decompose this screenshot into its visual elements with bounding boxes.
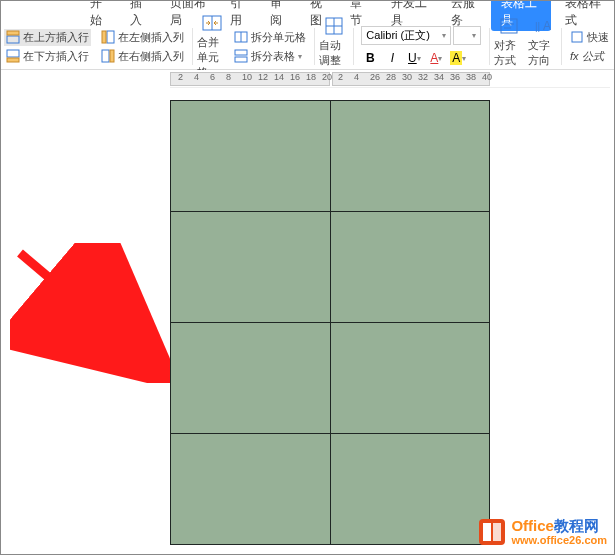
table-cell[interactable] [171, 212, 331, 323]
table-row [171, 323, 490, 434]
table-row [171, 212, 490, 323]
ruler-mark: 34 [434, 72, 444, 82]
italic-button[interactable]: I [383, 49, 401, 67]
insert-col-right-icon [101, 49, 115, 63]
ruler-mark: 8 [226, 72, 231, 82]
ruler-mark: 30 [402, 72, 412, 82]
table-cell[interactable] [330, 212, 490, 323]
table-cell[interactable] [330, 434, 490, 545]
menu-bar: 开始 插入 页面布局 引用 审阅 视图 章节 开发工具 云服务 表格工具 表格样… [0, 0, 615, 24]
alignment-button[interactable]: 对齐方式 ▾ [492, 24, 526, 69]
text-direction-label: 文字方向 [528, 38, 558, 68]
split-table-button[interactable]: 拆分表格 ▾ [232, 48, 308, 65]
ruler-mark: 4 [354, 72, 359, 82]
ruler-mark: 4 [194, 72, 199, 82]
svg-rect-0 [7, 36, 19, 43]
ruler-mark: 36 [450, 72, 460, 82]
insert-col-right-button[interactable]: 在右侧插入列 [99, 48, 186, 65]
svg-rect-26 [483, 523, 491, 541]
autofit-icon [324, 16, 344, 36]
insert-row-below-icon [6, 49, 20, 63]
quick-calc-button[interactable]: 快速 [568, 29, 611, 46]
highlight-button[interactable]: A▾ [449, 49, 467, 67]
split-table-label: 拆分表格 [251, 49, 295, 64]
watermark: Office教程网 www.office26.com [477, 517, 607, 547]
table-cell[interactable] [171, 434, 331, 545]
svg-rect-12 [235, 50, 247, 55]
insert-row-below-button[interactable]: 在下方插入行 [4, 48, 91, 65]
ruler-mark: 16 [290, 72, 300, 82]
ruler-mark: 2 [178, 72, 183, 82]
insert-col-left-label: 在左侧插入列 [118, 30, 184, 45]
table-cell[interactable] [330, 101, 490, 212]
chevron-down-icon: ▾ [298, 52, 302, 61]
annotation-arrow-icon [10, 243, 170, 383]
table-row [171, 101, 490, 212]
table-cell[interactable] [171, 323, 331, 434]
split-cells-icon [234, 30, 248, 44]
horizontal-ruler[interactable]: 2468101214161820242628303234363840 [170, 70, 610, 88]
ruler-mark: 18 [306, 72, 316, 82]
chevron-down-icon: ▾ [442, 31, 446, 40]
document-area[interactable]: Office教程网 www.office26.com [0, 88, 615, 555]
underline-button[interactable]: U▾ [405, 49, 423, 67]
chevron-down-icon: ▾ [472, 31, 476, 40]
svg-rect-7 [110, 50, 114, 62]
alignment-label: 对齐方式 [494, 38, 524, 68]
insert-row-above-label: 在上方插入行 [23, 30, 89, 45]
svg-rect-1 [7, 31, 19, 35]
font-size-select[interactable]: ▾ [453, 26, 481, 45]
svg-line-24 [20, 253, 150, 363]
insert-row-below-label: 在下方插入行 [23, 49, 89, 64]
bold-button[interactable]: B [361, 49, 379, 67]
quick-calc-label: 快速 [587, 30, 609, 45]
font-color-button[interactable]: A▾ [427, 49, 445, 67]
ribbon-toolbar: 在上方插入行 在下方插入行 在左侧插入列 在右侧插入列 合并单元格 [0, 24, 615, 70]
quick-calc-icon [570, 30, 584, 44]
alignment-icon [499, 16, 519, 36]
table-row [171, 434, 490, 545]
ruler-mark: 6 [210, 72, 215, 82]
table-cell[interactable] [171, 101, 331, 212]
ruler-mark: 12 [258, 72, 268, 82]
document-page [170, 100, 490, 550]
split-cells-label: 拆分单元格 [251, 30, 306, 45]
svg-text:||: || [535, 21, 540, 32]
ruler-mark: 2 [338, 72, 343, 82]
ruler-mark: 26 [370, 72, 380, 82]
insert-col-left-button[interactable]: 在左侧插入列 [99, 29, 186, 46]
split-table-icon [234, 49, 248, 63]
ruler-mark: 40 [482, 72, 492, 82]
formula-button[interactable]: fx 公式 [568, 48, 611, 65]
document-table[interactable] [170, 100, 490, 545]
formula-label: fx 公式 [570, 49, 604, 64]
text-direction-button[interactable]: ||A 文字方向 ▾ [526, 24, 560, 69]
table-cell[interactable] [330, 323, 490, 434]
insert-col-left-icon [101, 30, 115, 44]
autofit-button[interactable]: 自动调整 ▾ [317, 24, 351, 69]
office-logo-icon [477, 517, 507, 547]
svg-text:A: A [543, 19, 551, 33]
merge-cells-button[interactable]: 合并单元格 [195, 24, 229, 69]
svg-rect-27 [493, 523, 501, 541]
watermark-url: www.office26.com [511, 534, 607, 546]
ruler-mark: 20 [322, 72, 332, 82]
svg-rect-2 [7, 50, 19, 57]
ruler-mark: 28 [386, 72, 396, 82]
svg-rect-22 [572, 32, 582, 42]
svg-rect-6 [102, 50, 109, 62]
insert-row-above-button[interactable]: 在上方插入行 [4, 29, 91, 46]
split-cells-button[interactable]: 拆分单元格 [232, 29, 308, 46]
autofit-label: 自动调整 [319, 38, 349, 68]
font-name-value: Calibri (正文) [366, 28, 430, 43]
insert-col-right-label: 在右侧插入列 [118, 49, 184, 64]
ruler-mark: 14 [274, 72, 284, 82]
ruler-mark: 38 [466, 72, 476, 82]
text-direction-icon: ||A [533, 16, 553, 36]
font-name-select[interactable]: Calibri (正文) ▾ [361, 26, 451, 45]
svg-rect-3 [7, 58, 19, 62]
ruler-mark: 10 [242, 72, 252, 82]
ruler-mark: 32 [418, 72, 428, 82]
svg-rect-5 [102, 31, 106, 43]
insert-row-above-icon [6, 30, 20, 44]
